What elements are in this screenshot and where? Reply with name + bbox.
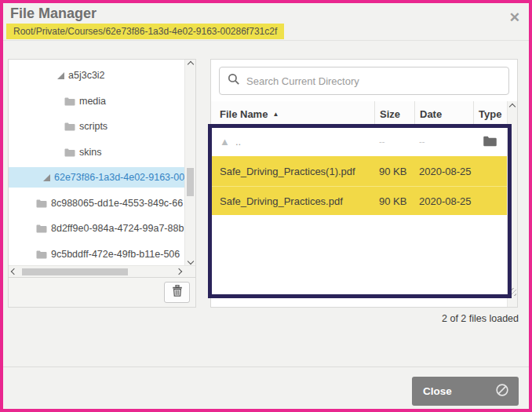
prohibition-icon bbox=[495, 383, 509, 399]
folder-icon bbox=[36, 250, 47, 259]
resize-grip[interactable] bbox=[508, 288, 516, 296]
close-button-label: Close bbox=[423, 385, 452, 397]
folder-icon bbox=[64, 148, 75, 157]
files-loaded-status: 2 of 2 files loaded bbox=[442, 313, 519, 324]
column-header-date[interactable]: Date bbox=[414, 101, 473, 126]
tree-footer bbox=[9, 277, 195, 307]
folder-icon bbox=[64, 97, 75, 106]
folder-type-icon bbox=[473, 136, 507, 147]
search-input[interactable] bbox=[246, 75, 501, 87]
table-row-parent-directory[interactable]: ▲ .. -- -- bbox=[211, 126, 507, 156]
tree-item-8c988065[interactable]: 8c988065-dd1e-4553-849c-66 bbox=[9, 193, 184, 213]
table-row-file-2[interactable]: Safe_Driving_Practices.pdf 90 KB 2020-08… bbox=[211, 186, 507, 215]
tree-hscroll-thumb[interactable] bbox=[22, 268, 128, 275]
table-row-file-1[interactable]: Safe_Driving_Practices(1).pdf 90 KB 2020… bbox=[211, 156, 507, 186]
file-manager-dialog: File Manager ✕ Root/Private/Courses/62e7… bbox=[0, 0, 532, 412]
tree-item-label: 62e73f86-1a3d-4e02-9163-002 bbox=[54, 172, 184, 183]
file-name: Safe_Driving_Practices(1).pdf bbox=[220, 166, 355, 177]
tree-item-9c5bddff[interactable]: 9c5bddff-472e-49fb-b11e-506 bbox=[9, 244, 184, 264]
tree-item-8d2ff9e0[interactable]: 8d2ff9e0-984a-4724-99a7-88b bbox=[9, 218, 184, 239]
file-table-body: ▲ .. -- -- Safe_Driving_Practices(1).pdf… bbox=[211, 126, 507, 215]
folder-icon bbox=[36, 199, 47, 208]
column-header-size[interactable]: Size bbox=[374, 101, 414, 126]
scroll-up-icon[interactable] bbox=[185, 62, 195, 67]
tree-vertical-scrollbar[interactable] bbox=[184, 60, 195, 267]
scroll-up-icon[interactable] bbox=[508, 104, 517, 109]
tree-item-scripts[interactable]: scripts bbox=[9, 116, 184, 137]
file-date: -- bbox=[414, 137, 473, 146]
search-box bbox=[219, 67, 509, 95]
tree-item-62e73f86-selected[interactable]: 62e73f86-1a3d-4e02-9163-002 bbox=[9, 167, 184, 188]
close-button[interactable]: Close bbox=[412, 377, 519, 406]
scroll-right-icon[interactable] bbox=[177, 266, 181, 277]
dialog-header: File Manager ✕ Root/Private/Courses/62e7… bbox=[3, 3, 529, 41]
search-icon bbox=[228, 73, 240, 89]
file-date: 2020-08-25 bbox=[414, 195, 473, 207]
tree-item-label: skins bbox=[79, 147, 101, 158]
column-header-file-name[interactable]: File Name ▲ bbox=[211, 101, 374, 126]
file-size: 90 KB bbox=[374, 195, 414, 207]
file-size: -- bbox=[374, 137, 414, 146]
file-name: .. bbox=[235, 136, 241, 148]
tree-item-media[interactable]: media bbox=[9, 91, 184, 111]
page-title: File Manager bbox=[10, 5, 97, 22]
file-list-panel: File Name ▲ Size Date Type ▲ .. bbox=[210, 59, 518, 308]
dialog-footer: Close bbox=[3, 366, 529, 409]
tree-item-label: 8d2ff9e0-984a-4724-99a7-88b bbox=[51, 223, 184, 234]
tree-item-skins[interactable]: skins bbox=[9, 142, 184, 162]
tree-item-label: media bbox=[79, 96, 106, 107]
expanded-triangle-icon[interactable] bbox=[57, 72, 64, 79]
delete-folder-button[interactable] bbox=[164, 282, 190, 303]
close-icon[interactable]: ✕ bbox=[509, 11, 520, 24]
sort-ascending-icon: ▲ bbox=[272, 111, 279, 118]
tree-item-label: scripts bbox=[79, 121, 107, 132]
folder-icon bbox=[36, 224, 47, 233]
expanded-triangle-icon[interactable] bbox=[43, 174, 50, 181]
tree-item-label: 9c5bddff-472e-49fb-b11e-506 bbox=[51, 249, 180, 260]
tree-vscroll-thumb[interactable] bbox=[187, 168, 194, 196]
breadcrumb: Root/Private/Courses/62e73f86-1a3d-4e02-… bbox=[6, 24, 284, 39]
trash-icon bbox=[172, 285, 183, 300]
tree-item-a5j3c3i2[interactable]: a5j3c3i2 bbox=[9, 65, 184, 86]
tree-horizontal-scrollbar[interactable] bbox=[9, 265, 195, 277]
column-header-type[interactable]: Type bbox=[473, 101, 507, 126]
tree-item-label: a5j3c3i2 bbox=[68, 70, 105, 81]
folder-icon bbox=[64, 122, 75, 131]
scroll-left-icon[interactable] bbox=[12, 266, 16, 277]
up-directory-icon: ▲ bbox=[220, 137, 230, 147]
file-date: 2020-08-25 bbox=[414, 166, 473, 177]
file-list-scrollbar[interactable] bbox=[507, 101, 517, 307]
folder-tree: a5j3c3i2 media scripts skins 62e73f86-1a bbox=[9, 60, 184, 265]
file-table-header: File Name ▲ Size Date Type bbox=[211, 101, 507, 126]
tree-item-label: 8c988065-dd1e-4553-849c-66 bbox=[51, 198, 183, 209]
file-name: Safe_Driving_Practices.pdf bbox=[220, 195, 343, 207]
file-size: 90 KB bbox=[374, 166, 414, 177]
folder-tree-panel: a5j3c3i2 media scripts skins 62e73f86-1a bbox=[8, 59, 196, 308]
scroll-down-icon[interactable] bbox=[185, 259, 195, 264]
